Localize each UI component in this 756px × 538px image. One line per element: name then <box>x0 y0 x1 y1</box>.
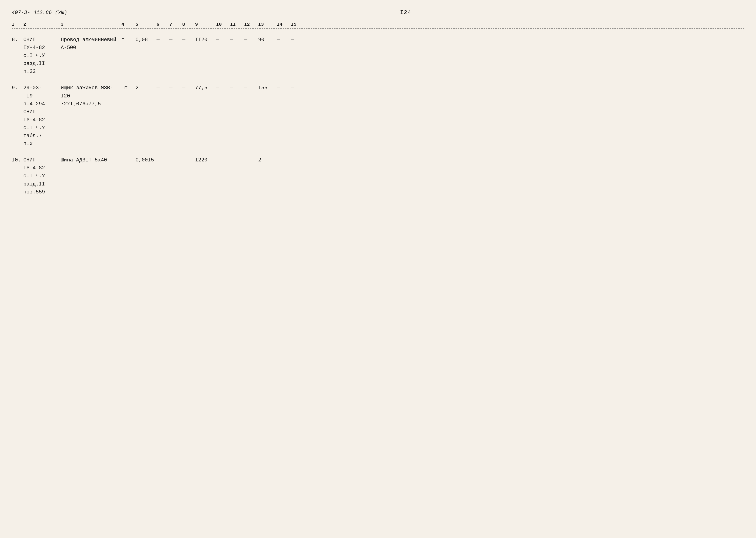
cell-c8: — <box>182 36 195 44</box>
cell-c2: 29-03--I9п.4-294СНИПIУ-4-82с.I ч.Утабл.7… <box>24 84 61 148</box>
table-row: I0.СНИПIУ-4-82с.I ч.Уразд.IIпоз.559Шина … <box>12 156 744 196</box>
col-header-2: 2 <box>24 22 61 27</box>
col-header-10: I0 <box>216 22 230 27</box>
cell-c14: — <box>277 36 291 44</box>
page-container: 407-3- 412.86 (УШ) I24 I 2 3 4 5 6 7 8 9… <box>12 9 744 196</box>
cell-c6: — <box>156 156 169 164</box>
data-rows: 8.СНИПIУ-4-82с.I ч.Уразд.IIп.22Провод ал… <box>12 36 744 196</box>
cell-c5: 0,00I5 <box>135 156 156 164</box>
cell-c4: т <box>122 156 135 164</box>
col-header-4: 4 <box>122 22 135 27</box>
col-header-14: I4 <box>277 22 291 27</box>
cell-c5: 2 <box>135 84 156 92</box>
cell-c1: I0. <box>12 156 24 164</box>
cell-c9: 77,5 <box>195 84 216 92</box>
col-header-11: II <box>230 22 244 27</box>
cell-c10: — <box>216 156 230 164</box>
cell-c7: — <box>169 156 182 164</box>
col-header-9: 9 <box>195 22 216 27</box>
col-header-1: I <box>12 22 24 27</box>
cell-c13: 2 <box>258 156 277 164</box>
cell-c8: — <box>182 156 195 164</box>
cell-c11: — <box>230 36 244 44</box>
col-header-8: 8 <box>182 22 195 27</box>
header: 407-3- 412.86 (УШ) I24 <box>12 9 744 16</box>
cell-c2: СНИПIУ-4-82с.I ч.Уразд.IIпоз.559 <box>24 156 61 196</box>
cell-c5: 0,08 <box>135 36 156 44</box>
col-header-12: I2 <box>244 22 258 27</box>
col-header-13: I3 <box>258 22 277 27</box>
cell-c7: — <box>169 36 182 44</box>
cell-c15: — <box>291 36 305 44</box>
cell-c10: — <box>216 84 230 92</box>
cell-c10: — <box>216 36 230 44</box>
cell-c12: — <box>244 36 258 44</box>
col-header-15: I5 <box>291 22 305 27</box>
cell-c13: I55 <box>258 84 277 92</box>
table-row: 9.29-03--I9п.4-294СНИПIУ-4-82с.I ч.Утабл… <box>12 84 744 148</box>
header-left: 407-3- 412.86 (УШ) <box>12 10 67 16</box>
cell-c2: СНИПIУ-4-82с.I ч.Уразд.IIп.22 <box>24 36 61 76</box>
cell-c1: 9. <box>12 84 24 92</box>
cell-c1: 8. <box>12 36 24 44</box>
cell-c4: шт <box>122 84 135 92</box>
cell-c6: — <box>156 84 169 92</box>
cell-c11: — <box>230 84 244 92</box>
cell-c7: — <box>169 84 182 92</box>
col-header-7: 7 <box>169 22 182 27</box>
cell-c15: — <box>291 84 305 92</box>
cell-c11: — <box>230 156 244 164</box>
table-row: 8.СНИПIУ-4-82с.I ч.Уразд.IIп.22Провод ал… <box>12 36 744 76</box>
cell-c12: — <box>244 156 258 164</box>
cell-c15: — <box>291 156 305 164</box>
cell-c3: Провод алюминиевыйА-500 <box>61 36 122 52</box>
col-header-5: 5 <box>135 22 156 27</box>
cell-c4: т <box>122 36 135 44</box>
cell-c9: II20 <box>195 36 216 44</box>
cell-c14: — <box>277 156 291 164</box>
cell-c13: 90 <box>258 36 277 44</box>
column-headers: I 2 3 4 5 6 7 8 9 I0 II I2 I3 I4 I5 <box>12 20 744 29</box>
header-center: I24 <box>400 9 411 16</box>
cell-c6: — <box>156 36 169 44</box>
cell-c14: — <box>277 84 291 92</box>
col-header-6: 6 <box>156 22 169 27</box>
col-header-3: 3 <box>61 22 122 27</box>
cell-c12: — <box>244 84 258 92</box>
cell-c9: I220 <box>195 156 216 164</box>
cell-c3: Шина АД3IТ 5х40 <box>61 156 122 164</box>
cell-c3: Ящик зажимов ЯЗВ-I2072хI,076≈77,5 <box>61 84 122 108</box>
cell-c8: — <box>182 84 195 92</box>
